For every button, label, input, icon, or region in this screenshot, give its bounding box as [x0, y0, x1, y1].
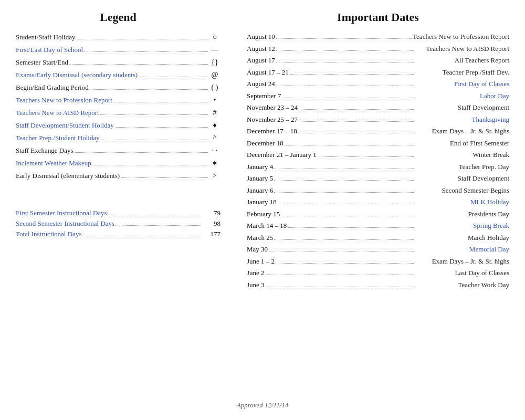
date-text: February 15 [247, 209, 280, 219]
inst-value: 98 [202, 219, 220, 228]
date-dots [299, 109, 414, 110]
date-event: Staff Development [415, 102, 509, 113]
date-event: Teachers New to Profession Report [413, 32, 509, 42]
date-text: January 4 [247, 162, 273, 172]
legend-dots [92, 165, 208, 165]
date-event: Spring Break [415, 220, 509, 231]
inst-dots [82, 236, 201, 236]
legend-symbol: @ [209, 69, 220, 80]
date-row: August 24 First Day of Classes [247, 79, 509, 89]
dates-table: August 10 Teachers New to Profession Rep… [247, 32, 509, 290]
legend-table: Student/Staff Holiday ○ First/Last Day o… [16, 32, 220, 183]
date-event: Staff Development [415, 173, 509, 184]
legend-label-text: Early Dismissal (elementary students) [16, 171, 120, 181]
legend-dots [121, 177, 208, 178]
date-text: August 17 – 21 [247, 67, 289, 78]
date-text: June 2 [247, 268, 265, 278]
date-text: August 12 [247, 44, 275, 54]
legend-row: First/Last Day of School — [16, 44, 220, 55]
date-dots [282, 98, 414, 98]
date-text: November 25 – 27 [247, 114, 298, 125]
inst-label-text: Second Semester Instructional Days [16, 219, 114, 228]
legend-dots [115, 127, 208, 128]
date-event: All Teachers Report [415, 55, 509, 66]
legend-row: Semester Start/End {} [16, 57, 220, 68]
date-text: March 25 [247, 233, 273, 243]
inst-label-text: First Semester Instructional Days [16, 209, 107, 217]
legend-symbol: ^ [209, 132, 220, 143]
date-dots [274, 239, 414, 240]
legend-symbol: # [209, 107, 220, 118]
date-dots [274, 180, 414, 181]
date-row: December 21 – January 1 Winter Break [247, 150, 509, 160]
date-row: June 3 Teacher Work Day [247, 280, 509, 290]
inst-dots [116, 225, 201, 226]
legend-label-text: Teachers New to Profession Report [16, 95, 112, 106]
date-dots [288, 227, 414, 228]
legend-label-text: Exams/Early Dismissal (secondary student… [16, 70, 138, 80]
legend-label-text: Staff Exchange Days [16, 145, 74, 156]
inst-label-text: Total Instructional Days [16, 230, 81, 238]
date-row: March 14 – 18 Spring Break [247, 220, 509, 231]
date-text: December 17 – 18 [247, 126, 297, 136]
date-row: November 25 – 27 Thanksgiving [247, 114, 509, 125]
date-text: June 1 – 2 [247, 256, 275, 267]
date-dots [285, 145, 414, 145]
date-event: Exam Days – Jr. & Sr. highs [415, 256, 509, 267]
date-text: August 17 [247, 55, 275, 66]
date-event: MLK Holiday [415, 197, 509, 207]
date-row: September 7 Labor Day [247, 91, 509, 101]
legend-row: Teachers New to Profession Report • [16, 94, 220, 106]
inst-value: 177 [202, 230, 220, 238]
date-row: January 18 MLK Holiday [247, 197, 509, 207]
date-row: March 25 March Holiday [247, 233, 509, 243]
legend-title: Legend [16, 10, 220, 24]
legend-dots [139, 77, 208, 77]
legend-row: Inclement Weather Makeup ∗ [16, 158, 220, 169]
date-dots [276, 38, 412, 39]
date-event: Second Semester Begins [415, 185, 509, 196]
inst-value: 79 [202, 209, 220, 217]
legend-label-text: Semester Start/End [16, 57, 68, 68]
date-dots [269, 251, 414, 251]
date-text: December 18 [247, 138, 284, 149]
date-text: January 5 [247, 173, 273, 184]
date-event: Presidents Day [415, 209, 509, 219]
date-event: Teacher Prep./Staff Dev. [415, 67, 509, 78]
legend-symbol: ○ [209, 32, 220, 43]
legend-dots [90, 89, 208, 90]
date-event: Labor Day [415, 91, 509, 101]
legend-dots [75, 152, 208, 153]
legend-dots [77, 39, 208, 39]
date-text: January 6 [247, 185, 273, 196]
main-content: Legend Student/Staff Holiday ○ First/Las… [16, 10, 509, 391]
date-dots [274, 192, 414, 193]
date-dots [298, 133, 414, 133]
legend-symbol: • [209, 94, 220, 106]
date-text: August 24 [247, 79, 275, 89]
date-row: January 4 Teacher Prep. Day [247, 162, 509, 172]
legend-symbol: ( ) [209, 82, 220, 93]
date-row: January 6 Second Semester Begins [247, 185, 509, 196]
date-row: August 17 – 21 Teacher Prep./Staff Dev. [247, 67, 509, 78]
inst-row: Total Instructional Days 177 [16, 230, 220, 238]
legend-row: Exams/Early Dismissal (secondary student… [16, 69, 220, 80]
date-text: March 14 – 18 [247, 220, 287, 231]
legend-symbol: — [209, 44, 220, 55]
date-event: End of First Semester [415, 138, 509, 149]
date-text: September 7 [247, 91, 281, 101]
date-row: June 1 – 2 Exam Days – Jr. & Sr. highs [247, 256, 509, 267]
date-event: Teacher Work Day [415, 280, 509, 290]
date-row: August 12 Teachers New to AISD Report [247, 44, 509, 54]
date-text: November 23 – 24 [247, 102, 298, 113]
legend-symbol: {} [209, 57, 220, 68]
legend-label-text: Student/Staff Holiday [16, 32, 76, 43]
legend-row: Teachers New to AISD Report # [16, 107, 220, 118]
legend-dots [101, 140, 208, 140]
legend-symbol: ♦ [209, 120, 220, 131]
legend-label-text: First/Last Day of School [16, 45, 83, 55]
legend-row: Staff Development/Student Holiday ♦ [16, 120, 220, 131]
date-dots [276, 62, 414, 62]
legend-dots [84, 51, 208, 52]
legend-label-text: Teachers New to AISD Report [16, 108, 99, 118]
